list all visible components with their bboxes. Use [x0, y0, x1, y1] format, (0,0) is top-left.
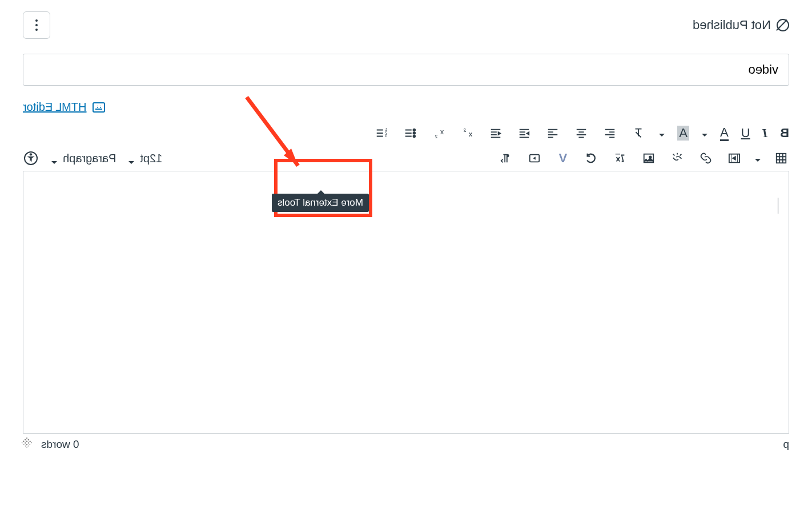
- paragraph-format-dropdown[interactable]: Paragraph: [51, 152, 116, 165]
- external-tool-v-button[interactable]: V: [555, 150, 571, 166]
- svg-text:3: 3: [385, 134, 387, 138]
- underline-button[interactable]: U: [741, 125, 750, 141]
- svg-text:2: 2: [435, 134, 437, 139]
- publish-status: Not Published: [693, 18, 789, 33]
- svg-text:x: x: [440, 127, 444, 136]
- header-row: Not Published: [23, 11, 789, 39]
- numbered-list-button[interactable]: 123: [373, 125, 389, 141]
- align-center-button[interactable]: [573, 125, 589, 141]
- svg-point-6: [413, 135, 416, 138]
- indent-button[interactable]: [516, 125, 532, 141]
- element-path[interactable]: p: [783, 438, 789, 451]
- bullet-list-button[interactable]: [402, 125, 418, 141]
- clear-formatting-button[interactable]: [630, 125, 646, 141]
- font-size-dropdown[interactable]: 12pt: [128, 152, 162, 165]
- align-left-button[interactable]: [602, 125, 618, 141]
- text-direction-button[interactable]: [498, 150, 514, 166]
- chevron-down-icon: [51, 155, 57, 161]
- editor-statusbar: p 0 words: [23, 438, 789, 451]
- equation-button[interactable]: [612, 150, 628, 166]
- svg-point-4: [413, 129, 416, 131]
- svg-text:2: 2: [463, 128, 466, 133]
- table-button[interactable]: [773, 150, 789, 166]
- accessibility-checker-button[interactable]: [23, 150, 39, 166]
- image-button[interactable]: [641, 150, 657, 166]
- embed-button[interactable]: [584, 150, 600, 166]
- accessibility-icon: [24, 151, 38, 165]
- editor-content-area[interactable]: [23, 171, 789, 434]
- align-right-button[interactable]: [545, 125, 561, 141]
- insert-media-button[interactable]: [726, 150, 742, 166]
- svg-rect-10: [777, 154, 786, 163]
- svg-text:x: x: [468, 130, 472, 138]
- superscript-button[interactable]: x2: [459, 125, 475, 141]
- svg-point-5: [413, 132, 416, 134]
- editor-switch-row: HTML Editor: [23, 101, 789, 114]
- subscript-button[interactable]: x2: [431, 125, 447, 141]
- more-options-button[interactable]: [23, 11, 50, 39]
- page-title-input[interactable]: [23, 54, 789, 86]
- table-caret-icon[interactable]: [755, 155, 761, 161]
- italic-button[interactable]: I: [763, 125, 768, 141]
- text-color-caret-icon[interactable]: [702, 130, 708, 136]
- resize-handle-icon[interactable]: [21, 436, 33, 448]
- toolbar-row-1: B I U A A x2 x2 123: [23, 121, 789, 146]
- chevron-down-icon: [128, 155, 134, 161]
- unlink-button[interactable]: [669, 150, 685, 166]
- highlight-button[interactable]: A: [677, 125, 689, 141]
- external-tool-play-button[interactable]: [526, 150, 542, 166]
- word-count: 0 words: [41, 438, 79, 451]
- text-color-button[interactable]: A: [720, 125, 729, 141]
- outdent-button[interactable]: [488, 125, 504, 141]
- rce-toolbar: B I U A A x2 x2 123: [23, 121, 789, 171]
- publish-status-label: Not Published: [693, 18, 771, 33]
- keyboard-icon: [93, 102, 105, 113]
- svg-point-15: [30, 153, 32, 155]
- bold-button[interactable]: B: [780, 125, 789, 141]
- not-published-icon: [777, 19, 789, 31]
- highlight-caret-icon[interactable]: [659, 130, 665, 136]
- link-button[interactable]: [698, 150, 714, 166]
- toolbar-row-2: V 12pt Paragraph: [23, 146, 789, 171]
- text-caret: [778, 198, 778, 214]
- html-editor-link[interactable]: HTML Editor: [23, 101, 87, 114]
